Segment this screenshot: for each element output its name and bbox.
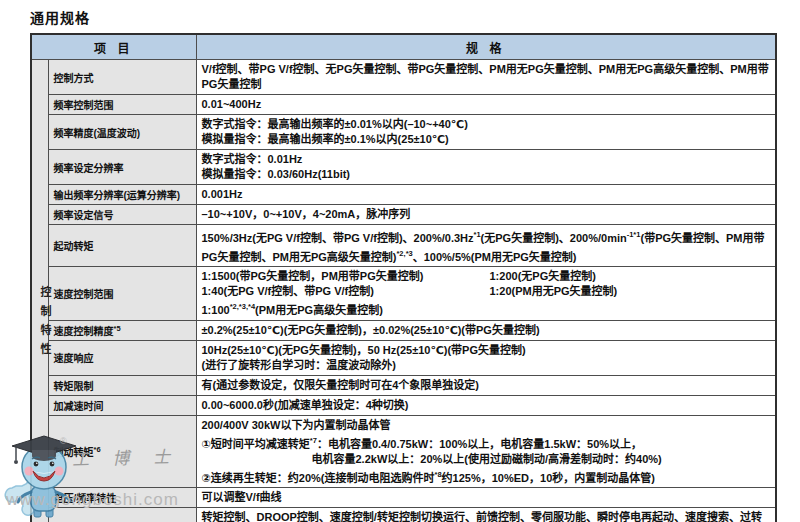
row-spec: 1:1500(带PG矢量控制，PM用带PG矢量控制)1:200(无PG矢量控制)…: [196, 267, 776, 321]
spec-line: 200/400V 30kW以下为内置制动晶体管: [202, 418, 771, 433]
spec-line: 数字式指令：最高输出频率的±0.01%以内(–10~+40℃): [202, 117, 771, 132]
column-header-spec: 规 格: [196, 34, 776, 60]
table-row: 起动转矩 150%/3Hz(无PG V/f控制、带PG V/f控制)、200%/…: [31, 225, 776, 267]
column-header-item: 项 目: [31, 34, 196, 60]
row-spec: ±0.2%(25±10℃)(无PG矢量控制)，±0.02%(25±10℃)(带P…: [196, 320, 776, 340]
spec-line: 有(通过参数设定，仅限矢量控制时可在4个象限单独设定): [202, 378, 771, 393]
table-row: 频率精度(温度波动) 数字式指令：最高输出频率的±0.01%以内(–10~+40…: [31, 115, 776, 150]
table-row: 频率控制范围 0.01~400Hz: [31, 95, 776, 115]
spec-line: 模拟量指令：0.03/60Hz(11bit): [202, 167, 771, 182]
row-label: 转矩限制: [48, 375, 196, 395]
row-label: 速度控制范围: [48, 267, 196, 321]
row-label: 加减速时间: [48, 395, 196, 415]
spec-line: 0.01~400Hz: [202, 97, 771, 112]
row-spec: 0.00~6000.0秒(加减速单独设定：4种切换): [196, 395, 776, 415]
spec-line: 150%/3Hz(无PG V/f控制、带PG V/f控制)、200%/0.3Hz…: [202, 227, 771, 264]
row-spec: 有(通过参数设定，仅限矢量控制时可在4个象限单独设定): [196, 375, 776, 395]
row-label: 速度响应: [48, 340, 196, 375]
spec-line: 1:100*2,*3,*4(PM用无PG高级矢量控制): [202, 299, 771, 318]
spec-line: 转矩控制、DROOP控制、速度控制/转矩控制切换运行、前馈控制、零伺服功能、瞬时…: [202, 510, 771, 522]
table-row: 频率设定分辨率 数字式指令：0.01Hz模拟量指令：0.03/60Hz(11bi…: [31, 150, 776, 185]
row-label: 输出频率分辨率(运算分辨率): [48, 185, 196, 205]
row-spec: 200/400V 30kW以下为内置制动晶体管①短时间平均减速转矩*7：电机容量…: [196, 415, 776, 487]
table-row: 速度控制范围 1:1500(带PG矢量控制，PM用带PG矢量控制)1:200(无…: [31, 267, 776, 321]
table-row: 控制特性 控制方式 V/f控制、带PG V/f控制、无PG矢量控制、带PG矢量控…: [31, 60, 776, 95]
row-label: 控制方式: [48, 60, 196, 95]
spec-line: 1:40(无PG V/f控制、带PG V/f控制)1:20(PM用无PG矢量控制…: [202, 284, 771, 299]
spec-line: 0.00~6000.0秒(加减速单独设定：4种切换): [202, 398, 771, 413]
spec-line: V/f控制、带PG V/f控制、无PG矢量控制、带PG矢量控制、PM用无PG矢量…: [202, 62, 771, 92]
spec-line: 模拟量指令：最高输出频率的±0.1%以内(25±10℃): [202, 132, 771, 147]
table-header-row: 项 目 规 格: [31, 34, 776, 60]
row-spec: 可以调整V/f曲线: [196, 488, 776, 508]
spec-line: 1:1500(带PG矢量控制，PM用带PG矢量控制)1:200(无PG矢量控制): [202, 269, 771, 284]
spec-line: ②连续再生转矩：约20%(连接制动电阻选购件时*8约125%，10%ED，10秒…: [202, 467, 771, 486]
spec-line: 0.001Hz: [202, 187, 771, 202]
row-spec: 数字式指令：0.01Hz模拟量指令：0.03/60Hz(11bit): [196, 150, 776, 185]
row-label: 频率设定分辨率: [48, 150, 196, 185]
row-label: 速度控制精度*5: [48, 320, 196, 340]
spec-line: 可以调整V/f曲线: [202, 490, 771, 505]
watermark-url: www.gongboshi.com: [6, 490, 179, 510]
row-label: 频率控制范围: [48, 95, 196, 115]
spec-line: 10Hz(25±10℃)(无PG矢量控制)，50 Hz(25±10℃)(带PG矢…: [202, 343, 771, 358]
row-spec: –10~+10V，0~+10V，4~20mA，脉冲序列: [196, 205, 776, 225]
table-row: 速度控制精度*5 ±0.2%(25±10℃)(无PG矢量控制)，±0.02%(2…: [31, 320, 776, 340]
row-label: 起动转矩: [48, 225, 196, 267]
spec-line: (进行了旋转形自学习时：温度波动除外): [202, 358, 771, 373]
table-row: 转矩限制 有(通过参数设定，仅限矢量控制时可在4个象限单独设定): [31, 375, 776, 395]
spec-line: 数字式指令：0.01Hz: [202, 152, 771, 167]
row-spec: V/f控制、带PG V/f控制、无PG矢量控制、带PG矢量控制、PM用无PG矢量…: [196, 60, 776, 95]
row-spec: 10Hz(25±10℃)(无PG矢量控制)，50 Hz(25±10℃)(带PG矢…: [196, 340, 776, 375]
table-row: 输出频率分辨率(运算分辨率) 0.001Hz: [31, 185, 776, 205]
spec-line: ±0.2%(25±10℃)(无PG矢量控制)，±0.02%(25±10℃)(带P…: [202, 323, 771, 338]
row-label: 频率精度(温度波动): [48, 115, 196, 150]
row-spec: 0.001Hz: [196, 185, 776, 205]
group-label: 控制特性: [37, 286, 53, 362]
table-row: 加减速时间 0.00~6000.0秒(加减速单独设定：4种切换): [31, 395, 776, 415]
watermark-brand-text: 工 博 士: [72, 443, 183, 471]
row-spec: 0.01~400Hz: [196, 95, 776, 115]
row-spec: 150%/3Hz(无PG V/f控制、带PG V/f控制)、200%/0.3Hz…: [196, 225, 776, 267]
row-label: 频率设定信号: [48, 205, 196, 225]
spec-line: 电机容量2.2kW以上：20%以上(使用过励磁制动/高滑差制动时：约40%): [202, 452, 771, 467]
spec-line: –10~+10V，0~+10V，4~20mA，脉冲序列: [202, 207, 771, 222]
table-row: 速度响应 10Hz(25±10℃)(无PG矢量控制)，50 Hz(25±10℃)…: [31, 340, 776, 375]
row-spec: 数字式指令：最高输出频率的±0.01%以内(–10~+40℃)模拟量指令：最高输…: [196, 115, 776, 150]
table-row: 频率设定信号 –10~+10V，0~+10V，4~20mA，脉冲序列: [31, 205, 776, 225]
page-title: 通用规格: [30, 7, 90, 27]
spec-line: ①短时间平均减速转矩*7：电机容量0.4/0.75kW：100%以上，电机容量1…: [202, 433, 771, 452]
registered-mark: ®: [60, 436, 67, 446]
row-spec: 转矩控制、DROOP控制、速度控制/转矩控制切换运行、前馈控制、零伺服功能、瞬时…: [196, 508, 776, 522]
